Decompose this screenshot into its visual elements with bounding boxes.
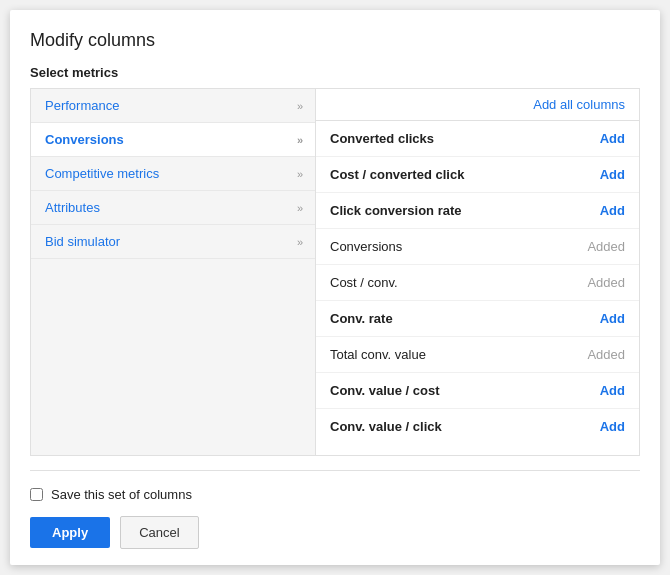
sidebar-item-attributes[interactable]: Attributes » [31, 191, 315, 225]
metric-added-cost-conv: Added [587, 275, 625, 290]
metric-name: Click conversion rate [330, 203, 462, 218]
chevron-icon: » [297, 100, 303, 112]
chevron-icon: » [297, 134, 303, 146]
sidebar-item-performance[interactable]: Performance » [31, 89, 315, 123]
save-columns-label: Save this set of columns [51, 487, 192, 502]
sidebar-item-label: Attributes [45, 200, 100, 215]
metric-add-cost-converted-click[interactable]: Add [600, 167, 625, 182]
sidebar-item-label: Bid simulator [45, 234, 120, 249]
sidebar-item-label: Performance [45, 98, 119, 113]
separator [30, 470, 640, 471]
select-metrics-label: Select metrics [30, 65, 640, 80]
modify-columns-modal: Modify columns Select metrics Performanc… [10, 10, 660, 565]
content-area: Performance » Conversions » Competitive … [30, 88, 640, 456]
modal-title: Modify columns [30, 30, 640, 51]
chevron-icon: » [297, 168, 303, 180]
metric-added-total-conv-value: Added [587, 347, 625, 362]
metric-row: Conversions Added [316, 229, 639, 265]
metric-name: Total conv. value [330, 347, 426, 362]
metric-row: Total conv. value Added [316, 337, 639, 373]
metric-name: Conv. value / cost [330, 383, 440, 398]
apply-button[interactable]: Apply [30, 517, 110, 548]
cancel-button[interactable]: Cancel [120, 516, 198, 549]
metric-row: Conv. value / cost Add [316, 373, 639, 409]
save-row: Save this set of columns [30, 487, 640, 502]
metric-row: Cost / converted click Add [316, 157, 639, 193]
add-all-columns-link[interactable]: Add all columns [533, 97, 625, 112]
metric-add-click-conversion-rate[interactable]: Add [600, 203, 625, 218]
sidebar-item-label: Competitive metrics [45, 166, 159, 181]
metric-row: Click conversion rate Add [316, 193, 639, 229]
metric-name: Cost / converted click [330, 167, 464, 182]
save-columns-checkbox[interactable] [30, 488, 43, 501]
metric-name: Cost / conv. [330, 275, 398, 290]
metric-name: Conv. rate [330, 311, 393, 326]
metric-add-converted-clicks[interactable]: Add [600, 131, 625, 146]
sidebar-item-conversions[interactable]: Conversions » [31, 123, 315, 157]
sidebar-item-label: Conversions [45, 132, 124, 147]
metric-add-conv-value-click[interactable]: Add [600, 419, 625, 434]
chevron-icon: » [297, 202, 303, 214]
metric-row: Conv. value / click Add [316, 409, 639, 444]
metric-name: Conversions [330, 239, 402, 254]
metric-add-conv-rate[interactable]: Add [600, 311, 625, 326]
metric-add-conv-value-cost[interactable]: Add [600, 383, 625, 398]
metric-row: Converted clicks Add [316, 121, 639, 157]
metric-name: Converted clicks [330, 131, 434, 146]
add-all-row: Add all columns [316, 89, 639, 121]
metric-name: Conv. value / click [330, 419, 442, 434]
sidebar: Performance » Conversions » Competitive … [31, 89, 316, 455]
metric-row: Cost / conv. Added [316, 265, 639, 301]
footer-area: Save this set of columns Apply Cancel [30, 470, 640, 549]
button-row: Apply Cancel [30, 516, 640, 549]
metric-added-conversions: Added [587, 239, 625, 254]
metrics-panel: Add all columns Converted clicks Add Cos… [316, 89, 639, 455]
metric-row: Conv. rate Add [316, 301, 639, 337]
sidebar-item-bid-simulator[interactable]: Bid simulator » [31, 225, 315, 259]
chevron-icon: » [297, 236, 303, 248]
sidebar-item-competitive-metrics[interactable]: Competitive metrics » [31, 157, 315, 191]
